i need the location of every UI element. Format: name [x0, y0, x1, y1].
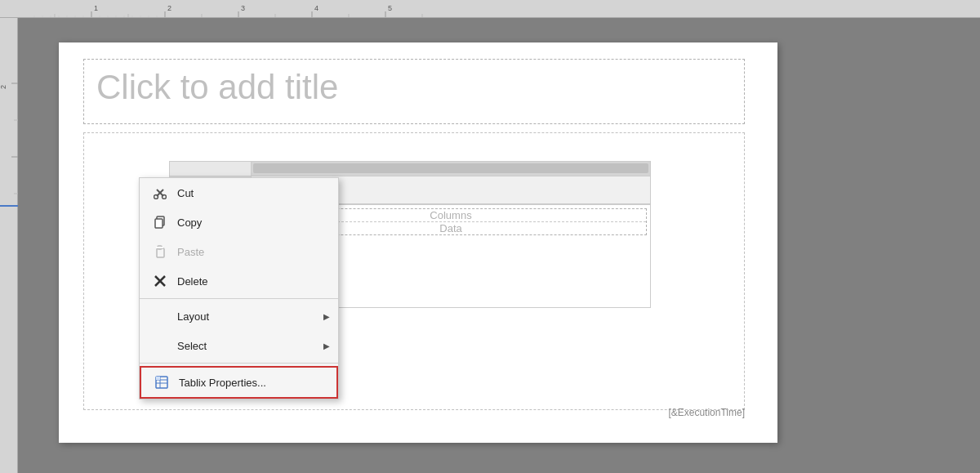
- layout-label: Layout: [177, 310, 209, 323]
- tablix-icon: [153, 373, 171, 391]
- layout-icon: [151, 307, 169, 325]
- title-area[interactable]: Click to add title: [83, 59, 745, 124]
- ruler-canvas: 1 2 3 4 5: [18, 0, 980, 18]
- svg-text:4: 4: [314, 4, 318, 12]
- select-icon-placeholder: [151, 337, 169, 355]
- svg-text:3: 3: [241, 4, 245, 12]
- svg-point-39: [154, 195, 158, 199]
- select-arrow: ▶: [323, 341, 330, 350]
- ruler-left: 2: [0, 18, 18, 473]
- copy-icon: [151, 213, 169, 231]
- copy-label: Copy: [177, 216, 202, 229]
- menu-separator-1: [140, 298, 338, 299]
- svg-rect-45: [156, 247, 163, 248]
- title-placeholder: Click to add title: [84, 60, 744, 115]
- select-label: Select: [177, 340, 207, 352]
- svg-rect-42: [155, 219, 163, 228]
- context-menu: Cut Copy Paste: [139, 177, 339, 399]
- svg-rect-52: [156, 377, 160, 380]
- layout-arrow: ▶: [323, 312, 330, 321]
- svg-text:2: 2: [0, 85, 7, 89]
- menu-item-cut[interactable]: Cut: [140, 178, 338, 207]
- svg-text:1: 1: [94, 4, 98, 12]
- cut-label: Cut: [177, 187, 194, 199]
- menu-item-tablix-properties[interactable]: Tablix Properties...: [140, 366, 338, 399]
- paste-icon: [151, 243, 169, 261]
- paste-label: Paste: [177, 246, 204, 258]
- menu-item-copy[interactable]: Copy: [140, 207, 338, 237]
- cut-icon: [151, 184, 169, 202]
- ruler-top: 1 2 3 4 5: [0, 0, 980, 18]
- svg-text:2: 2: [167, 4, 172, 12]
- menu-item-delete[interactable]: Delete: [140, 266, 338, 296]
- svg-text:5: 5: [388, 4, 392, 12]
- menu-item-layout[interactable]: Layout ▶: [140, 301, 338, 331]
- canvas-area: Click to add title Columns: [18, 18, 980, 473]
- svg-point-40: [163, 195, 167, 199]
- menu-item-select[interactable]: Select ▶: [140, 331, 338, 360]
- tablix-properties-label: Tablix Properties...: [179, 377, 266, 389]
- menu-item-paste[interactable]: Paste: [140, 237, 338, 266]
- delete-label: Delete: [177, 275, 208, 288]
- execution-time: [&ExecutionTime]: [668, 407, 745, 418]
- menu-separator-2: [140, 363, 338, 364]
- delete-icon: [151, 272, 169, 290]
